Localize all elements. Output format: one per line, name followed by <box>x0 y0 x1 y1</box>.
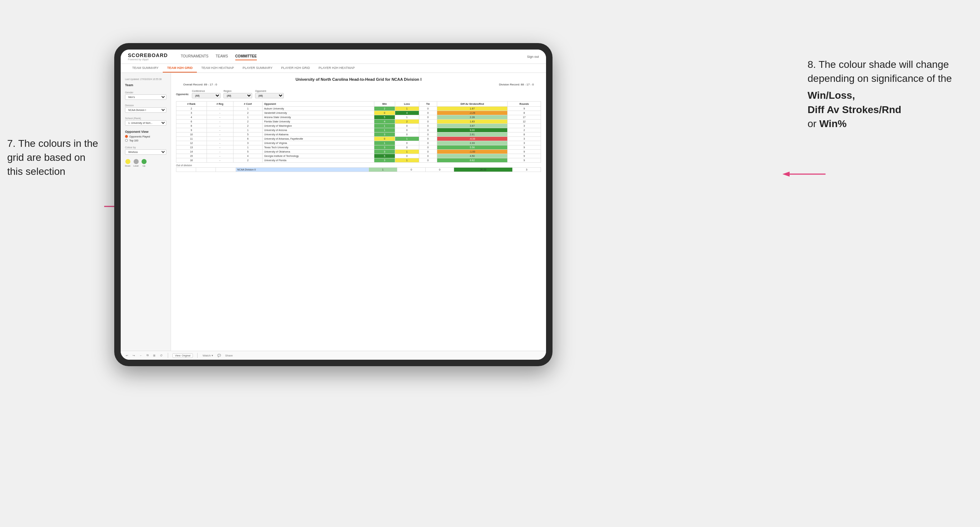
cell-tie: 0 <box>419 115 437 119</box>
tab-player-h2h-grid[interactable]: PLAYER H2H GRID <box>277 64 314 73</box>
cell-loss: 0 <box>395 132 419 137</box>
cell-opponent: Arizona State University <box>262 115 374 119</box>
gender-select[interactable]: Men's <box>125 94 166 100</box>
back-button[interactable]: ← <box>138 353 143 358</box>
cell-loss: 0 <box>395 124 419 128</box>
cell-loss: 0 <box>395 128 419 132</box>
col-rounds: Rounds <box>508 102 541 106</box>
cell-win: 1 <box>374 128 395 132</box>
conference-filter-select[interactable]: (All) <box>192 93 221 98</box>
radio-opponents-played[interactable]: Opponents Played <box>125 135 166 138</box>
filter-row: Opponents: Conference (All) Region (All) <box>176 90 541 98</box>
cell-rounds: 9 <box>508 158 541 163</box>
opponent-filter-select[interactable]: (All) <box>255 93 284 98</box>
cell-reg: - <box>207 158 233 163</box>
col-opponent: Opponent <box>262 102 374 106</box>
out-of-division-table: NCAA Division II 1 0 0 26.00 3 <box>176 167 541 172</box>
division-select[interactable]: NCAA Division I <box>125 107 166 113</box>
cell-reg: - <box>207 119 233 124</box>
table-row: 9 - 1 University of Arizona 1 0 0 9.00 2 <box>177 128 541 132</box>
cell-win: 2 <box>374 106 395 111</box>
paste-button[interactable]: ⊞ <box>152 353 156 358</box>
nav-committee[interactable]: COMMITTEE <box>235 53 257 60</box>
cell-rounds: 2 <box>508 128 541 132</box>
cell-rounds: 9 <box>508 154 541 158</box>
cell-loss: 1 <box>395 106 419 111</box>
cell-conf: 6 <box>233 137 262 141</box>
cell-rank: 9 <box>177 128 207 132</box>
legend-down-dot <box>126 159 130 164</box>
view-toggle[interactable]: View: Original <box>172 353 193 358</box>
opponents-filter-label: Opponents: <box>176 93 189 95</box>
cell-rank: 10 <box>177 132 207 137</box>
cell-diff: 6.62 <box>437 158 507 163</box>
cell-rounds: 9 <box>508 145 541 150</box>
copy-button[interactable]: ⧉ <box>146 353 150 358</box>
cell-loss: 1 <box>395 150 419 154</box>
arrow-right-icon <box>783 169 826 179</box>
colour-by-select[interactable]: Win/loss <box>125 149 166 155</box>
cell-diff: 9.00 <box>437 128 507 132</box>
tab-player-h2h-heatmap[interactable]: PLAYER H2H HEATMAP <box>314 64 359 73</box>
cell-tie: 0 <box>419 128 437 132</box>
cell-reg: - <box>207 137 233 141</box>
ood-win: 1 <box>369 168 397 172</box>
radio-top-100[interactable]: Top 100 <box>125 139 166 142</box>
school-select[interactable]: 1. University of Nort... <box>125 120 166 125</box>
col-conf: # Conf <box>233 102 262 106</box>
cell-reg: - <box>207 132 233 137</box>
ood-conf <box>216 168 235 172</box>
cell-reg: - <box>207 106 233 111</box>
cell-loss: 0 <box>395 145 419 150</box>
cell-loss: 0 <box>395 154 419 158</box>
gender-label: Gender <box>125 91 166 94</box>
tab-team-summary[interactable]: TEAM SUMMARY <box>128 64 163 73</box>
cell-tie: 0 <box>419 150 437 154</box>
legend-down: Down <box>125 159 130 167</box>
redo-button[interactable]: ↪ <box>132 353 136 358</box>
undo-button[interactable]: ↩ <box>125 353 129 358</box>
cell-loss: 1 <box>395 115 419 119</box>
clock-button[interactable]: ⏱ <box>159 353 164 358</box>
cell-rank: 14 <box>177 150 207 154</box>
table-row: 11 - 6 University of Arkansas, Fayettevi… <box>177 137 541 141</box>
cell-loss: 0 <box>395 141 419 145</box>
nav-teams[interactable]: TEAMS <box>216 53 228 60</box>
tab-team-h2h-grid[interactable]: TEAM H2H GRID <box>163 64 197 73</box>
sidebar-school-section: School (Rank) 1. University of Nort... <box>125 117 166 125</box>
cell-win: 5 <box>374 115 395 119</box>
cell-opponent: University of Oklahoma <box>262 150 374 154</box>
cell-conf: 5 <box>233 150 262 154</box>
cell-rounds: 8 <box>508 111 541 115</box>
colour-by-label: Colour by <box>125 146 166 149</box>
filter-conference: Conference (All) <box>192 90 221 98</box>
cell-rounds: 3 <box>508 137 541 141</box>
ood-rank <box>177 168 196 172</box>
cell-tie: 0 <box>419 124 437 128</box>
table-row: 14 - 5 University of Oklahoma 3 1 0 -1.0… <box>177 150 541 154</box>
cell-rank: 12 <box>177 141 207 145</box>
table-row: 13 - 1 Texas Tech University 3 0 0 5.56 … <box>177 145 541 150</box>
cell-loss: 1 <box>395 158 419 163</box>
sign-out-button[interactable]: Sign out <box>527 55 539 59</box>
nav-tournaments[interactable]: TOURNAMENTS <box>181 53 208 60</box>
comment-button[interactable]: 💬 <box>216 353 222 358</box>
watch-button[interactable]: Watch ▾ <box>202 353 214 358</box>
cell-rank: 3 <box>177 111 207 115</box>
cell-opponent: Auburn University <box>262 106 374 111</box>
tab-team-h2h-heatmap[interactable]: TEAM H2H HEATMAP <box>197 64 238 73</box>
region-filter-select[interactable]: (All) <box>223 93 252 98</box>
cell-conf: 1 <box>233 145 262 150</box>
col-win: Win <box>374 102 395 106</box>
tablet-frame: SCOREBOARD Powered by clippd TOURNAMENTS… <box>114 43 552 366</box>
cell-loss: 1 <box>395 137 419 141</box>
cell-win: 1 <box>374 141 395 145</box>
grid-area: University of North Carolina Head-to-Hea… <box>171 73 546 351</box>
legend-up: Up <box>142 159 146 167</box>
logo: SCOREBOARD Powered by clippd <box>128 52 168 61</box>
share-button[interactable]: Share <box>224 353 234 358</box>
cell-conf: 2 <box>233 119 262 124</box>
tab-player-summary[interactable]: PLAYER SUMMARY <box>238 64 277 73</box>
cell-diff: -4.33 <box>437 137 507 141</box>
cell-rank: 16 <box>177 158 207 163</box>
